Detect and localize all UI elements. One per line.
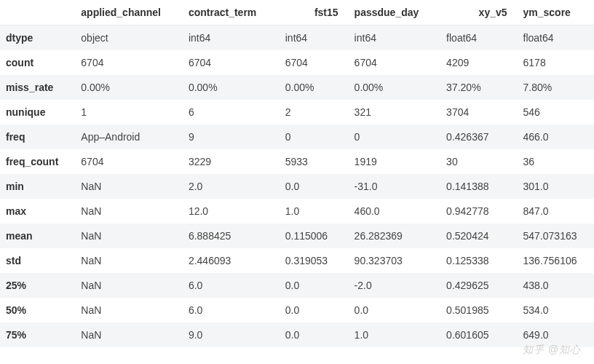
cell: 0 (280, 124, 349, 149)
cell: -2.0 (349, 273, 441, 298)
table-row: 75%NaN9.00.01.00.601605649.0 (0, 323, 594, 347)
table-row: nunique1623213704546 (0, 100, 594, 124)
cell: 3229 (183, 149, 280, 174)
cell: 1 (75, 100, 183, 124)
cell: 847.0 (518, 199, 594, 223)
row-header: dtype (0, 25, 75, 51)
cell: 0.0 (280, 174, 349, 199)
cell: 0.115006 (280, 223, 349, 248)
cell: 0.942778 (440, 199, 517, 223)
cell: 460.0 (349, 199, 441, 223)
row-header: 75% (0, 323, 75, 347)
cell: 534.0 (518, 298, 594, 323)
cell: 37.20% (440, 75, 517, 100)
cell: 6704 (183, 50, 280, 75)
cell: 0.0 (280, 298, 349, 323)
cell: 0.601605 (440, 323, 517, 347)
table-row: freq_count67043229593319193036 (0, 149, 594, 174)
cell: 6.0 (183, 273, 280, 298)
cell: 0.00% (349, 75, 441, 100)
table-body: dtypeobjectint64int64int64float64float64… (0, 25, 594, 348)
cell: 5933 (280, 149, 349, 174)
table-row: freqApp–Android9000.426367466.0 (0, 124, 594, 149)
row-header: freq (0, 124, 75, 149)
cell: 2.446093 (183, 248, 280, 273)
table-row: maxNaN12.01.0460.00.942778847.0 (0, 199, 594, 223)
cell: 0.0 (280, 323, 349, 347)
cell: 2.0 (183, 174, 280, 199)
cell: 136.756106 (518, 248, 594, 273)
cell: -31.0 (349, 174, 441, 199)
cell: 1.0 (349, 323, 441, 347)
cell: NaN (75, 199, 183, 223)
table-row: 50%NaN6.00.00.00.501985534.0 (0, 298, 594, 323)
cell: 546 (518, 100, 594, 124)
cell: 0.141388 (440, 174, 517, 199)
cell: 9.0 (183, 323, 280, 347)
table-header-row: applied_channel contract_term fst15 pass… (0, 0, 594, 25)
col-header: fst15 (280, 0, 349, 25)
col-header: ym_score (518, 0, 594, 25)
cell: 36 (518, 149, 594, 174)
cell: 0.0 (349, 298, 441, 323)
cell: 26.282369 (349, 223, 441, 248)
cell: int64 (349, 25, 441, 51)
cell: 3704 (440, 100, 517, 124)
cell: 321 (349, 100, 441, 124)
table-row: miss_rate0.00%0.00%0.00%0.00%37.20%7.80% (0, 75, 594, 100)
cell: 6.888425 (183, 223, 280, 248)
row-header: max (0, 199, 75, 223)
cell: 466.0 (518, 124, 594, 149)
cell: NaN (75, 174, 183, 199)
cell: 547.073163 (518, 223, 594, 248)
cell: 90.323703 (349, 248, 441, 273)
cell: 0.319053 (280, 248, 349, 273)
cell: NaN (75, 223, 183, 248)
cell: 6704 (280, 50, 349, 75)
table-row: minNaN2.00.0-31.00.141388301.0 (0, 174, 594, 199)
cell: object (75, 25, 183, 51)
cell: NaN (75, 323, 183, 347)
cell: 0.125338 (440, 248, 517, 273)
corner-cell (0, 0, 75, 25)
cell: 6704 (75, 149, 183, 174)
table-row: dtypeobjectint64int64int64float64float64 (0, 25, 594, 51)
cell: 12.0 (183, 199, 280, 223)
cell: NaN (75, 273, 183, 298)
cell: 301.0 (518, 174, 594, 199)
cell: NaN (75, 298, 183, 323)
cell: 0.429625 (440, 273, 517, 298)
cell: 1919 (349, 149, 441, 174)
cell: 0.426367 (440, 124, 517, 149)
cell: 0.0 (280, 273, 349, 298)
cell: 0.00% (75, 75, 183, 100)
cell: 649.0 (518, 323, 594, 347)
table-row: 25%NaN6.00.0-2.00.429625438.0 (0, 273, 594, 298)
table-row: count670467046704670442096178 (0, 50, 594, 75)
cell: 0.501985 (440, 298, 517, 323)
stats-table: applied_channel contract_term fst15 pass… (0, 0, 594, 347)
cell: float64 (440, 25, 517, 51)
cell: 0.00% (280, 75, 349, 100)
row-header: min (0, 174, 75, 199)
row-header: mean (0, 223, 75, 248)
row-header: count (0, 50, 75, 75)
cell: 0.00% (183, 75, 280, 100)
row-header: std (0, 248, 75, 273)
cell: 4209 (440, 50, 517, 75)
cell: 0.520424 (440, 223, 517, 248)
cell: 6 (183, 100, 280, 124)
table-row: stdNaN2.4460930.31905390.3237030.1253381… (0, 248, 594, 273)
cell: 6178 (518, 50, 594, 75)
cell: 6.0 (183, 298, 280, 323)
cell: 6704 (75, 50, 183, 75)
col-header: contract_term (183, 0, 280, 25)
row-header: 25% (0, 273, 75, 298)
col-header: applied_channel (75, 0, 183, 25)
row-header: freq_count (0, 149, 75, 174)
cell: float64 (518, 25, 594, 51)
cell: 0 (349, 124, 441, 149)
cell: 7.80% (518, 75, 594, 100)
cell: 6704 (349, 50, 441, 75)
cell: 30 (440, 149, 517, 174)
